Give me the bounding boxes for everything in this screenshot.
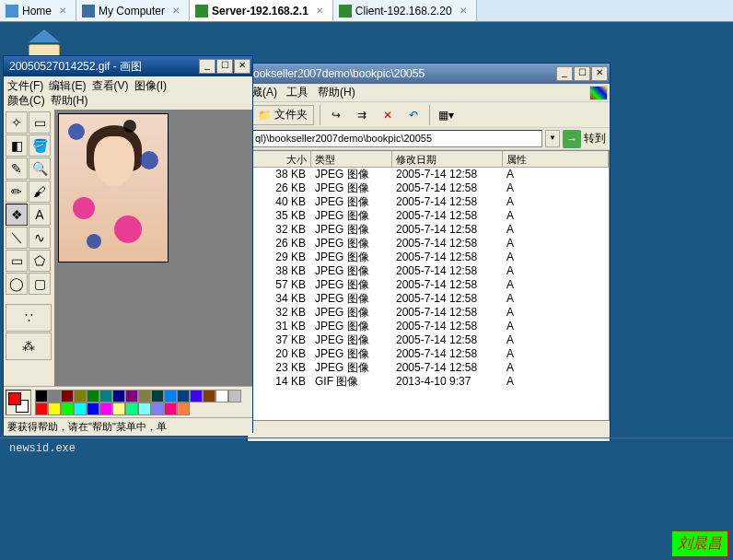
color-swatch[interactable] bbox=[228, 390, 241, 402]
curve-icon[interactable]: ∿ bbox=[29, 227, 51, 249]
brush-icon[interactable]: 🖌 bbox=[29, 181, 51, 203]
freeform-select-icon[interactable]: ✧ bbox=[6, 111, 28, 134]
col-type[interactable]: 类型 bbox=[311, 151, 392, 167]
undo-icon[interactable]: ↶ bbox=[403, 105, 424, 125]
table-row[interactable]: 32 KBJPEG 图像2005-7-14 12:58A bbox=[249, 306, 609, 320]
airbrush-icon[interactable]: ❖ bbox=[6, 204, 28, 226]
views-icon[interactable]: ▦▾ bbox=[436, 105, 456, 125]
table-row[interactable]: 57 KBJPEG 图像2005-7-14 12:58A bbox=[249, 278, 609, 292]
tab-client[interactable]: Client-192.168.2.20✕ bbox=[333, 0, 477, 21]
color-swatch[interactable] bbox=[177, 402, 190, 415]
color-swatch[interactable] bbox=[74, 402, 87, 415]
polygon-icon[interactable]: ⬠ bbox=[29, 250, 51, 272]
table-row[interactable]: 38 KBJPEG 图像2005-7-14 12:58A bbox=[249, 264, 609, 278]
color-swatch[interactable] bbox=[87, 402, 99, 415]
col-size[interactable]: 大小 bbox=[249, 151, 311, 167]
color-swatch[interactable] bbox=[112, 390, 125, 402]
ellipse-icon[interactable]: ◯ bbox=[6, 273, 28, 295]
color-swatch[interactable] bbox=[61, 402, 74, 415]
table-row[interactable]: 34 KBJPEG 图像2005-7-14 12:58A bbox=[249, 292, 609, 306]
folders-button[interactable]: 📁文件夹 bbox=[251, 105, 314, 125]
color-swatch[interactable] bbox=[125, 390, 138, 402]
color-swatch[interactable] bbox=[48, 390, 61, 402]
color-swatch[interactable] bbox=[35, 402, 48, 415]
table-row[interactable]: 14 KBGIF 图像2013-4-10 9:37A bbox=[249, 375, 609, 389]
color-swatch[interactable] bbox=[99, 402, 112, 415]
move-to-icon[interactable]: ↪ bbox=[326, 105, 346, 125]
menu-view[interactable]: 查看(V) bbox=[92, 79, 129, 92]
airbrush-size-large-icon[interactable]: ⁂ bbox=[6, 332, 52, 360]
current-colors[interactable] bbox=[6, 390, 31, 415]
table-row[interactable]: 31 KBJPEG 图像2005-7-14 12:58A bbox=[249, 320, 609, 333]
table-row[interactable]: 37 KBJPEG 图像2005-7-14 12:58A bbox=[249, 333, 609, 347]
paint-titlebar[interactable]: 20050527014252.gif - 画图 _ ☐ ✕ bbox=[4, 56, 252, 76]
color-swatch[interactable] bbox=[138, 402, 151, 415]
table-row[interactable]: 35 KBJPEG 图像2005-7-14 12:58A bbox=[249, 209, 609, 223]
color-swatch[interactable] bbox=[125, 402, 138, 415]
menu-color[interactable]: 颜色(C) bbox=[7, 94, 45, 107]
color-swatch[interactable] bbox=[138, 390, 151, 402]
minimize-button[interactable]: _ bbox=[199, 59, 215, 74]
rect-select-icon[interactable]: ▭ bbox=[29, 111, 51, 134]
color-swatch[interactable] bbox=[61, 390, 74, 402]
menu-file[interactable]: 文件(F) bbox=[7, 79, 43, 92]
color-swatch[interactable] bbox=[190, 390, 203, 402]
fill-icon[interactable]: 🪣 bbox=[29, 134, 51, 157]
color-swatch[interactable] bbox=[203, 390, 215, 402]
color-swatch[interactable] bbox=[74, 390, 87, 402]
menu-help[interactable]: 帮助(H) bbox=[318, 85, 355, 100]
color-swatch[interactable] bbox=[215, 390, 228, 402]
eraser-icon[interactable]: ◧ bbox=[6, 134, 28, 157]
color-swatch[interactable] bbox=[48, 402, 61, 415]
close-button[interactable]: ✕ bbox=[591, 66, 608, 81]
magnifier-icon[interactable]: 🔍 bbox=[29, 158, 51, 180]
table-row[interactable]: 40 KBJPEG 图像2005-7-14 12:58A bbox=[249, 195, 609, 209]
minimize-button[interactable]: _ bbox=[556, 66, 573, 81]
address-dropdown-icon[interactable]: ▼ bbox=[545, 130, 560, 147]
airbrush-size-small-icon[interactable]: ∵ bbox=[6, 304, 52, 332]
menu-favorites[interactable]: 藏(A) bbox=[251, 85, 277, 100]
tab-home[interactable]: Home✕ bbox=[0, 0, 76, 21]
text-icon[interactable]: A bbox=[29, 204, 51, 226]
address-input[interactable]: ql)\bookseller2007demo\bookpic\20055 bbox=[251, 130, 542, 147]
maximize-button[interactable]: ☐ bbox=[574, 66, 590, 81]
maximize-button[interactable]: ☐ bbox=[216, 59, 233, 74]
menu-tools[interactable]: 工具 bbox=[286, 85, 308, 100]
color-swatch[interactable] bbox=[164, 390, 177, 402]
col-attributes[interactable]: 属性 bbox=[503, 151, 609, 167]
copy-to-icon[interactable]: ⇉ bbox=[352, 105, 372, 125]
close-icon[interactable]: ✕ bbox=[316, 6, 323, 16]
color-swatch[interactable] bbox=[35, 390, 48, 402]
table-row[interactable]: 20 KBJPEG 图像2005-7-14 12:58A bbox=[249, 347, 609, 361]
delete-icon[interactable]: ✕ bbox=[378, 105, 398, 125]
color-swatch[interactable] bbox=[112, 402, 125, 415]
menu-help[interactable]: 帮助(H) bbox=[51, 94, 88, 107]
file-list[interactable]: 大小 类型 修改日期 属性 38 KBJPEG 图像2005-7-14 12:5… bbox=[248, 150, 610, 421]
color-swatch[interactable] bbox=[151, 390, 164, 402]
table-row[interactable]: 26 KBJPEG 图像2005-7-14 12:58A bbox=[249, 181, 609, 195]
color-swatch[interactable] bbox=[177, 390, 190, 402]
menu-image[interactable]: 图像(I) bbox=[134, 79, 167, 92]
pencil-icon[interactable]: ✏ bbox=[6, 181, 28, 203]
paint-canvas[interactable] bbox=[58, 113, 169, 262]
close-button[interactable]: ✕ bbox=[234, 59, 250, 74]
line-icon[interactable]: ＼ bbox=[6, 227, 28, 249]
color-swatch[interactable] bbox=[151, 402, 164, 415]
table-row[interactable]: 23 KBJPEG 图像2005-7-14 12:58A bbox=[249, 361, 609, 375]
tab-server[interactable]: Server-192.168.2.1✕ bbox=[190, 0, 333, 21]
color-swatch[interactable] bbox=[164, 402, 177, 415]
rounded-rect-icon[interactable]: ▢ bbox=[29, 273, 51, 295]
col-modified[interactable]: 修改日期 bbox=[392, 151, 503, 167]
go-button[interactable]: → bbox=[563, 130, 581, 148]
table-row[interactable]: 29 KBJPEG 图像2005-7-14 12:58A bbox=[249, 251, 609, 264]
table-row[interactable]: 38 KBJPEG 图像2005-7-14 12:58A bbox=[249, 168, 609, 181]
explorer-titlebar[interactable]: ookseller2007demo\bookpic\20055 _ ☐ ✕ bbox=[248, 64, 610, 84]
close-icon[interactable]: ✕ bbox=[172, 6, 180, 16]
close-icon[interactable]: ✕ bbox=[59, 6, 66, 16]
color-swatch[interactable] bbox=[99, 390, 112, 402]
eyedropper-icon[interactable]: ✎ bbox=[6, 158, 28, 180]
close-icon[interactable]: ✕ bbox=[460, 6, 467, 16]
tab-my-computer[interactable]: My Computer✕ bbox=[76, 0, 190, 21]
rectangle-icon[interactable]: ▭ bbox=[6, 250, 28, 272]
menu-edit[interactable]: 编辑(E) bbox=[49, 79, 86, 92]
